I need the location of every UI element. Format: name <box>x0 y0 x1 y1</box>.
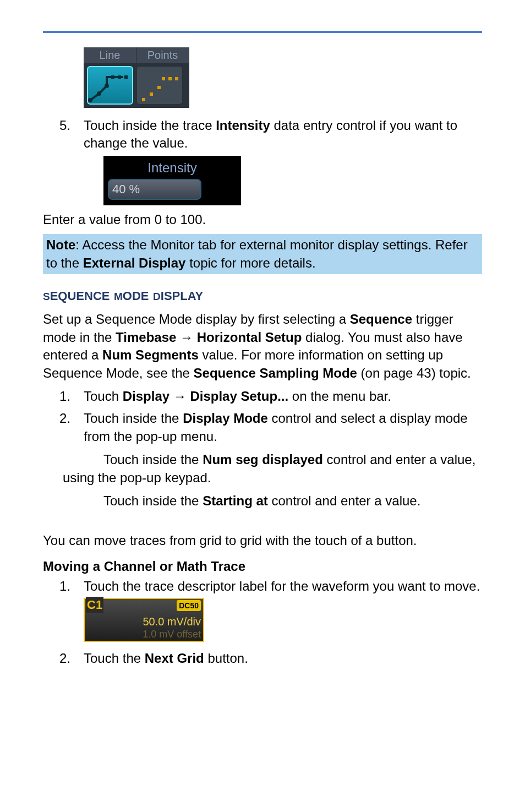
sub-step: Touch inside the Starting at control and… <box>103 492 482 510</box>
offset-label: 1.0 mV offset <box>143 628 201 641</box>
step-number: 1. <box>43 577 84 595</box>
svg-rect-7 <box>150 92 153 96</box>
note-box: Note: Access the Monitor tab for externa… <box>43 234 482 274</box>
svg-rect-8 <box>157 86 161 89</box>
svg-rect-11 <box>175 77 178 80</box>
step-text: Touch inside the trace Intensity data en… <box>84 117 482 152</box>
svg-rect-3 <box>111 75 114 79</box>
step-number: 2. <box>43 650 84 667</box>
intensity-widget: Intensity 40 % <box>103 156 241 205</box>
enter-value-text: Enter a value from 0 to 100. <box>43 211 482 228</box>
svg-rect-6 <box>142 98 145 101</box>
sequence-mode-heading: Sequence Mode Display <box>43 285 482 305</box>
line-points-widget: Line Points <box>84 47 189 108</box>
step-text: Touch inside the Display Mode control an… <box>84 410 482 445</box>
step-number: 1. <box>43 388 84 405</box>
step-number: 5. <box>43 117 84 152</box>
move-para: You can move traces from grid to grid wi… <box>43 532 482 549</box>
svg-rect-10 <box>168 77 172 80</box>
svg-rect-5 <box>124 75 128 79</box>
svg-rect-4 <box>118 75 121 79</box>
tab-line[interactable]: Line <box>84 47 136 63</box>
header-rule <box>43 31 482 33</box>
points-mode-button[interactable] <box>136 66 183 105</box>
channel-label: C1 <box>86 597 103 613</box>
step-text: Touch the trace descriptor label for the… <box>84 577 482 595</box>
step-text: Touch Display → Display Setup... on the … <box>84 388 482 405</box>
intensity-value-field[interactable]: 40 % <box>108 179 201 200</box>
sequence-para: Set up a Sequence Mode display by first … <box>43 310 482 382</box>
step-text: Touch the Next Grid button. <box>84 650 482 667</box>
line-mode-button[interactable] <box>87 66 133 105</box>
svg-point-2 <box>105 84 109 88</box>
sub-step: Touch inside the Num seg displayed contr… <box>63 451 482 487</box>
moving-heading: Moving a Channel or Math Trace <box>43 558 482 575</box>
step-number: 2. <box>43 410 84 445</box>
tab-points[interactable]: Points <box>136 47 189 63</box>
svg-point-0 <box>88 98 92 102</box>
coupling-badge: DC50 <box>177 600 201 612</box>
svg-rect-9 <box>162 77 165 80</box>
vdiv-label: 50.0 mV/div <box>143 614 201 629</box>
trace-descriptor-c1[interactable]: C1 DC50 50.0 mV/div 1.0 mV offset <box>84 598 204 642</box>
svg-point-1 <box>97 91 101 96</box>
intensity-label: Intensity <box>108 159 237 179</box>
